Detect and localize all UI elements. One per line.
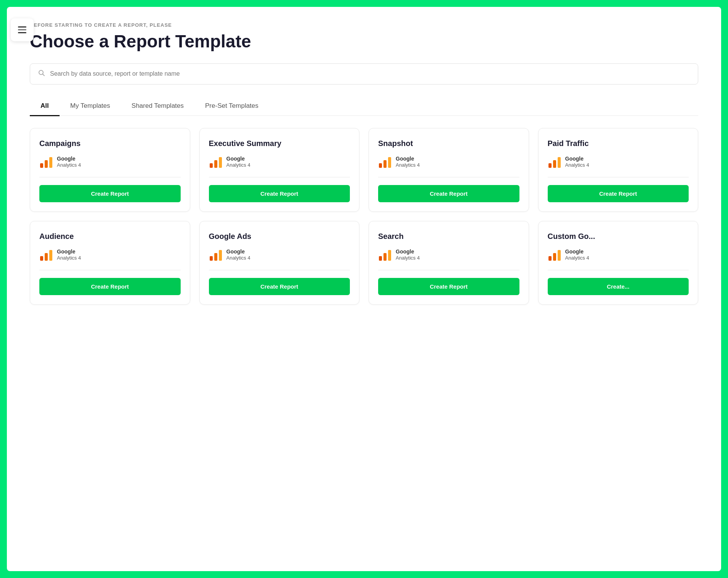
card-divider: [548, 270, 689, 270]
create-report-button[interactable]: Create...: [548, 278, 689, 295]
card-divider: [39, 177, 181, 177]
ga-source-text: GoogleAnalytics 4: [226, 248, 251, 261]
search-input[interactable]: [50, 70, 690, 77]
menu-button[interactable]: [11, 18, 34, 41]
card-google-ads: Google Ads GoogleAnalytics 4 Create Re: [199, 221, 360, 305]
card-source: GoogleAnalytics 4: [548, 155, 689, 169]
ga-logo: [548, 248, 561, 261]
ga-logo: [548, 155, 561, 169]
svg-rect-11: [548, 163, 552, 168]
card-title: Snapshot: [378, 139, 519, 148]
svg-rect-9: [383, 160, 387, 168]
search-bar: [30, 63, 698, 84]
search-icon: [38, 69, 45, 79]
card-paid-traffic: Paid Traffic GoogleAnalytics 4 Create: [538, 128, 699, 212]
page-subtitle: Before starting to create a report, plea…: [30, 22, 698, 28]
card-divider: [209, 177, 350, 177]
svg-rect-4: [49, 157, 52, 168]
card-executive-summary: Executive Summary GoogleAnalytics 4 Cr: [199, 128, 360, 212]
card-title: Campaigns: [39, 139, 181, 148]
card-divider: [548, 177, 689, 177]
card-title: Paid Traffic: [548, 139, 689, 148]
card-source: GoogleAnalytics 4: [39, 248, 181, 261]
svg-rect-21: [383, 253, 387, 261]
svg-rect-15: [45, 253, 48, 261]
card-divider: [378, 270, 519, 270]
svg-rect-14: [40, 256, 43, 261]
tab-preset-templates[interactable]: Pre-Set Templates: [194, 97, 269, 116]
card-title: Custom Go...: [548, 232, 689, 241]
hamburger-icon: [18, 26, 26, 33]
ga-source-text: GoogleAnalytics 4: [57, 248, 81, 261]
ga-logo: [378, 155, 392, 169]
svg-rect-13: [558, 157, 561, 168]
card-source: GoogleAnalytics 4: [209, 248, 350, 261]
create-report-button[interactable]: Create Report: [209, 278, 350, 295]
card-source: GoogleAnalytics 4: [39, 155, 181, 169]
create-report-button[interactable]: Create Report: [548, 185, 689, 202]
svg-rect-22: [388, 250, 391, 261]
svg-rect-5: [210, 163, 213, 168]
svg-rect-17: [210, 256, 213, 261]
svg-rect-2: [40, 163, 43, 168]
header-area: Before starting to create a report, plea…: [7, 7, 721, 116]
ga-source-text: GoogleAnalytics 4: [57, 155, 81, 169]
card-title: Executive Summary: [209, 139, 350, 148]
tab-all[interactable]: All: [30, 97, 60, 116]
card-divider: [378, 177, 519, 177]
card-custom: Custom Go... GoogleAnalytics 4 Create.: [538, 221, 699, 305]
create-report-button[interactable]: Create Report: [39, 278, 181, 295]
page-title: Choose a Report Template: [30, 32, 698, 51]
outer-border: Before starting to create a report, plea…: [0, 0, 728, 578]
create-report-button[interactable]: Create Report: [378, 278, 519, 295]
main-container: Before starting to create a report, plea…: [7, 7, 721, 571]
ga-logo: [209, 155, 223, 169]
svg-rect-19: [219, 250, 222, 261]
card-title: Google Ads: [209, 232, 350, 241]
card-search: Search GoogleAnalytics 4 Create Report: [369, 221, 529, 305]
ga-logo: [39, 155, 53, 169]
create-report-button[interactable]: Create Report: [378, 185, 519, 202]
svg-rect-6: [214, 160, 217, 168]
ga-source-text: GoogleAnalytics 4: [396, 248, 420, 261]
card-audience: Audience GoogleAnalytics 4 Create Repo: [30, 221, 190, 305]
create-report-button[interactable]: Create Report: [209, 185, 350, 202]
svg-rect-7: [219, 157, 222, 168]
svg-rect-3: [45, 160, 48, 168]
ga-source-text: GoogleAnalytics 4: [565, 155, 589, 169]
card-title: Search: [378, 232, 519, 241]
ga-logo: [378, 248, 392, 261]
ga-source-text: GoogleAnalytics 4: [226, 155, 251, 169]
card-source: GoogleAnalytics 4: [378, 155, 519, 169]
card-source: GoogleAnalytics 4: [378, 248, 519, 261]
card-snapshot: Snapshot GoogleAnalytics 4 Create Repo: [369, 128, 529, 212]
card-divider: [209, 270, 350, 270]
cards-grid: Campaigns GoogleAnalytics 4 Create Rep: [7, 116, 721, 320]
ga-logo: [39, 248, 53, 261]
svg-rect-20: [379, 256, 382, 261]
svg-rect-16: [49, 250, 52, 261]
card-source: GoogleAnalytics 4: [548, 248, 689, 261]
svg-rect-24: [553, 253, 556, 261]
card-source: GoogleAnalytics 4: [209, 155, 350, 169]
ga-logo: [209, 248, 223, 261]
card-title: Audience: [39, 232, 181, 241]
ga-source-text: GoogleAnalytics 4: [396, 155, 420, 169]
svg-rect-18: [214, 253, 217, 261]
svg-rect-10: [388, 157, 391, 168]
tab-shared-templates[interactable]: Shared Templates: [121, 97, 194, 116]
card-campaigns: Campaigns GoogleAnalytics 4 Create Rep: [30, 128, 190, 212]
svg-rect-25: [558, 250, 561, 261]
card-divider: [39, 270, 181, 270]
svg-rect-12: [553, 160, 556, 168]
svg-rect-8: [379, 163, 382, 168]
svg-line-1: [43, 74, 45, 76]
create-report-button[interactable]: Create Report: [39, 185, 181, 202]
ga-source-text: GoogleAnalytics 4: [565, 248, 589, 261]
tab-my-templates[interactable]: My Templates: [60, 97, 121, 116]
svg-rect-23: [548, 256, 552, 261]
tabs-area: All My Templates Shared Templates Pre-Se…: [30, 97, 698, 116]
